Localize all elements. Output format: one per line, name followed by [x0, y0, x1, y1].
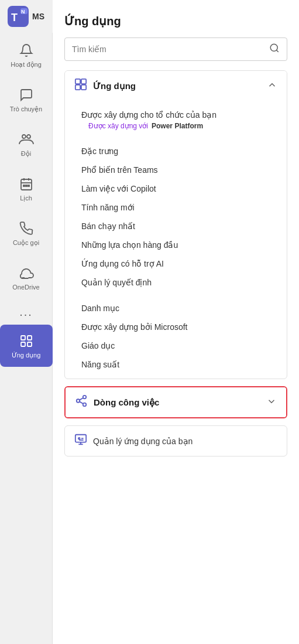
- pho-bien-label: Phổ biến trên Teams: [81, 165, 158, 175]
- more-button[interactable]: ...: [0, 300, 53, 323]
- svg-rect-10: [23, 185, 25, 186]
- apps-section-icon: [74, 78, 87, 94]
- svg-rect-19: [75, 79, 80, 84]
- giao-duc-label: Giáo dục: [81, 341, 115, 350]
- menu-item-ai-apps[interactable]: Ứng dụng có hỗ trợ AI: [74, 254, 287, 273]
- page-title: Ứng dụng: [64, 14, 287, 28]
- svg-rect-14: [28, 336, 32, 340]
- phone-icon: [18, 220, 35, 237]
- more-dots-icon: ...: [19, 305, 33, 319]
- sidebar: T N MS Hoạt động Trò chuyện: [0, 0, 53, 644]
- sidebar-label-tro-chuyen: Trò chuyện: [10, 105, 43, 113]
- svg-rect-11: [26, 185, 27, 186]
- sidebar-item-hoat-dong[interactable]: Hoạt động: [0, 34, 53, 76]
- teams-logo-icon: T N: [8, 6, 29, 27]
- bell-icon: [18, 42, 35, 59]
- dac-trung-label: Đặc trưng: [81, 146, 118, 156]
- chevron-down-icon: [266, 396, 277, 409]
- main-content: Ứng dụng Ứng dụng: [53, 0, 299, 644]
- search-input[interactable]: [72, 45, 269, 54]
- ung-dung-section: Ứng dụng Được xây dựng cho tổ chức của b…: [64, 70, 287, 379]
- sidebar-item-tro-chuyen[interactable]: Trò chuyện: [0, 79, 53, 121]
- quan-ly-quyet-dinh-label: Quản lý quyết định: [81, 278, 152, 287]
- svg-point-23: [83, 396, 87, 399]
- svg-text:N: N: [21, 9, 25, 15]
- svg-point-24: [77, 399, 80, 403]
- menu-item-lam-viec-copilot[interactable]: Làm việc với Copilot: [74, 179, 287, 198]
- search-icon: [269, 43, 280, 56]
- ung-dung-section-label: Ứng dụng: [93, 81, 136, 91]
- menu-item-built-for-org[interactable]: Được xây dựng cho tổ chức của bạn Được x…: [74, 105, 287, 137]
- svg-line-27: [80, 398, 83, 400]
- svg-rect-22: [81, 85, 86, 90]
- calendar-icon: [18, 176, 35, 192]
- sidebar-item-lich[interactable]: Lịch: [0, 168, 53, 210]
- lua-chon-label: Những lựa chọn hàng đầu: [81, 240, 178, 250]
- sidebar-item-cuoc-goi[interactable]: Cuộc gọi: [0, 212, 53, 254]
- quan-ly-ung-dung-item[interactable]: Quản lý ứng dụng của bạn: [64, 425, 287, 456]
- built-with-sub: Được xây dựng với Power Platform: [81, 120, 280, 132]
- menu-divider: [74, 292, 287, 299]
- built-by-ms-label: Được xây dựng bởi Microsoft: [81, 322, 188, 332]
- sub-prefix-label: Được xây dựng với: [88, 122, 148, 130]
- sidebar-label-onedrive: OneDrive: [12, 284, 39, 291]
- svg-rect-12: [28, 185, 29, 186]
- svg-point-4: [22, 135, 26, 138]
- app-title: MS: [32, 12, 44, 21]
- workflow-icon: [75, 394, 88, 410]
- sidebar-label-doi: Đội: [21, 150, 31, 158]
- nang-suat-label: Năng suất: [81, 360, 119, 369]
- built-for-org-label: Được xây dựng cho tổ chức của bạn: [81, 110, 280, 120]
- app-logo: T N MS: [0, 0, 53, 33]
- sidebar-label-ung-dung: Ứng dụng: [12, 352, 41, 359]
- menu-item-dac-trung[interactable]: Đặc trưng: [74, 142, 287, 161]
- menu-item-pho-bien[interactable]: Phổ biến trên Teams: [74, 161, 287, 179]
- sidebar-label-lich: Lịch: [20, 195, 32, 202]
- menu-item-nang-suat[interactable]: Năng suất: [74, 355, 287, 374]
- menu-item-tinh-nang-moi[interactable]: Tính năng mới: [74, 198, 287, 217]
- onedrive-icon: [18, 265, 35, 281]
- sidebar-item-onedrive[interactable]: OneDrive: [0, 257, 53, 299]
- svg-point-25: [83, 403, 87, 407]
- power-platform-label: Power Platform: [152, 122, 203, 130]
- lam-viec-copilot-label: Làm việc với Copilot: [81, 184, 156, 193]
- tinh-nang-moi-label: Tính năng mới: [81, 203, 135, 212]
- quan-ly-label: Quản lý ứng dụng của bạn: [93, 437, 193, 446]
- svg-point-29: [78, 438, 80, 439]
- menu-item-giao-duc[interactable]: Giáo dục: [74, 336, 287, 355]
- ai-apps-label: Ứng dụng có hỗ trợ AI: [81, 259, 164, 268]
- ban-chay-label: Bán chạy nhất: [81, 222, 135, 231]
- svg-rect-15: [21, 342, 25, 346]
- bottom-section: Quản lý ứng dụng của bạn: [64, 425, 287, 456]
- chat-icon: [18, 87, 35, 103]
- svg-point-17: [270, 44, 277, 51]
- danh-muc-label: Danh mục: [81, 304, 119, 313]
- svg-point-5: [27, 135, 30, 138]
- search-box[interactable]: [64, 38, 287, 61]
- svg-rect-6: [21, 179, 32, 190]
- svg-line-26: [80, 401, 83, 404]
- dong-cong-viec-header-left: Dòng công việc: [75, 394, 159, 410]
- sidebar-label-cuoc-goi: Cuộc gọi: [13, 239, 39, 247]
- dong-cong-viec-section-header[interactable]: Dòng công việc: [66, 387, 286, 417]
- menu-item-lua-chon[interactable]: Những lựa chọn hàng đầu: [74, 236, 287, 254]
- chevron-up-icon: [267, 80, 277, 93]
- menu-item-quan-ly-quyet-dinh[interactable]: Quản lý quyết định: [74, 273, 287, 292]
- svg-text:T: T: [11, 12, 18, 23]
- dong-cong-viec-section: Dòng công việc: [64, 386, 287, 418]
- ung-dung-section-header[interactable]: Ứng dụng: [65, 71, 287, 101]
- menu-item-built-by-ms[interactable]: Được xây dựng bởi Microsoft: [74, 318, 287, 336]
- svg-line-18: [276, 50, 278, 52]
- dong-cong-viec-label: Dòng công việc: [94, 397, 159, 408]
- menu-item-ban-chay[interactable]: Bán chạy nhất: [74, 217, 287, 236]
- svg-rect-21: [75, 85, 80, 90]
- sidebar-item-ung-dung[interactable]: Ứng dụng: [0, 325, 53, 367]
- sidebar-label-hoat-dong: Hoạt động: [11, 61, 42, 69]
- ung-dung-section-content: Được xây dựng cho tổ chức của bạn Được x…: [65, 101, 287, 379]
- manage-apps-icon: [74, 433, 87, 449]
- apps-icon: [18, 333, 35, 349]
- menu-item-danh-muc[interactable]: Danh mục: [74, 299, 287, 318]
- team-icon: [18, 131, 35, 148]
- sidebar-item-doi[interactable]: Đội: [0, 123, 53, 165]
- svg-rect-28: [75, 435, 86, 442]
